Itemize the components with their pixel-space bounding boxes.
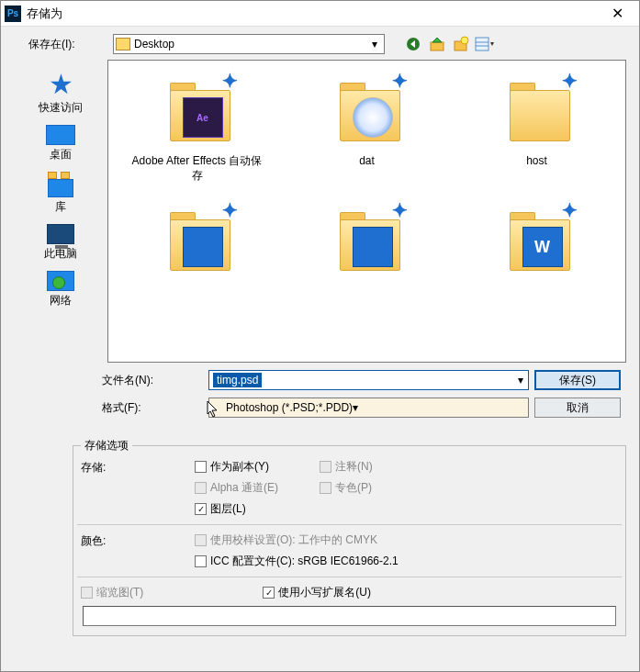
save-button[interactable]: 保存(S) bbox=[534, 370, 621, 390]
chevron-down-icon[interactable]: ▾ bbox=[353, 401, 358, 414]
store-label: 存储: bbox=[81, 459, 195, 476]
format-combo[interactable]: Photoshop (*.PSD;*.PDD) ▾ bbox=[208, 398, 529, 418]
network-icon bbox=[47, 271, 74, 291]
sidebar-item-network[interactable]: 网络 bbox=[20, 267, 101, 312]
sidebar-item-this-pc[interactable]: 此电脑 bbox=[20, 220, 101, 265]
status-box bbox=[83, 606, 616, 626]
sidebar-item-quick-access[interactable]: ★ 快速访问 bbox=[20, 67, 101, 119]
folder-item[interactable]: ✦ host bbox=[464, 70, 611, 183]
options-legend: 存储选项 bbox=[81, 438, 132, 454]
format-value: Photoshop (*.PSD;*.PDD) bbox=[226, 401, 353, 414]
checkbox-as-copy[interactable]: 作为副本(Y) bbox=[195, 459, 320, 475]
chevron-down-icon[interactable]: ▾ bbox=[513, 374, 528, 386]
library-icon bbox=[48, 172, 73, 197]
chevron-down-icon[interactable]: ▾ bbox=[367, 38, 382, 50]
doc-icon bbox=[183, 227, 223, 267]
folder-icon bbox=[116, 38, 130, 50]
location-row: 保存在(I): Desktop ▾ bbox=[1, 27, 639, 60]
filename-label: 文件名(N): bbox=[102, 373, 203, 388]
ps-icon: Ps bbox=[5, 6, 21, 22]
view-menu-icon[interactable] bbox=[475, 34, 495, 54]
disc-icon bbox=[353, 97, 393, 138]
star-icon: ★ bbox=[49, 71, 73, 98]
window-title: 存储为 bbox=[27, 6, 599, 22]
folder-item[interactable]: Ae✦ Adobe After Effects 自动保存 bbox=[124, 70, 271, 183]
location-value: Desktop bbox=[134, 38, 174, 50]
filename-value: timg.psd bbox=[213, 373, 262, 387]
format-label: 格式(F): bbox=[102, 400, 203, 416]
svg-rect-1 bbox=[431, 42, 444, 50]
svg-rect-4 bbox=[476, 38, 488, 50]
location-label: 保存在(I): bbox=[28, 37, 106, 52]
filename-input[interactable]: timg.psd ▾ bbox=[208, 370, 529, 390]
svg-point-3 bbox=[461, 37, 468, 44]
pc-icon bbox=[47, 224, 74, 244]
checkbox-layers[interactable]: ✓图层(L) bbox=[195, 501, 320, 517]
up-icon[interactable] bbox=[427, 34, 447, 54]
checkbox-lowercase-ext[interactable]: ✓使用小写扩展名(U) bbox=[263, 585, 371, 600]
sidebar-item-desktop[interactable]: 桌面 bbox=[20, 121, 101, 166]
checkbox-alpha: Alpha 通道(E) bbox=[195, 480, 320, 496]
sidebar: ★ 快速访问 桌面 库 此电脑 网络 bbox=[14, 60, 107, 363]
location-combo[interactable]: Desktop ▾ bbox=[113, 34, 385, 54]
file-list[interactable]: Ae✦ Adobe After Effects 自动保存 ✦ dat ✦ hos… bbox=[107, 60, 626, 363]
sidebar-item-libraries[interactable]: 库 bbox=[20, 168, 101, 218]
folder-item[interactable]: ✦ dat bbox=[294, 70, 441, 183]
folder-item[interactable]: ✦ bbox=[124, 199, 271, 284]
checkbox-spot: 专色(P) bbox=[320, 480, 444, 496]
desktop-icon bbox=[46, 125, 75, 145]
color-label: 颜色: bbox=[81, 532, 195, 549]
checkbox-proof: 使用校样设置(O): 工作中的 CMYK bbox=[195, 532, 470, 548]
ae-icon: Ae bbox=[183, 97, 223, 138]
checkbox-icc[interactable]: ICC 配置文件(C): sRGB IEC61966-2.1 bbox=[195, 554, 470, 569]
titlebar: Ps 存储为 ✕ bbox=[1, 1, 639, 27]
checkbox-notes: 注释(N) bbox=[320, 459, 444, 475]
checkbox-thumbnail: 缩览图(T) bbox=[81, 585, 143, 600]
folder-item[interactable]: ✦ bbox=[294, 199, 441, 284]
save-options-group: 存储选项 存储: 作为副本(Y) 注释(N) Alpha 通道(E) 专色(P)… bbox=[73, 438, 626, 636]
new-folder-icon[interactable] bbox=[451, 34, 471, 54]
folder-item[interactable]: W✦ bbox=[464, 199, 611, 284]
close-icon[interactable]: ✕ bbox=[599, 4, 635, 24]
cancel-button[interactable]: 取消 bbox=[534, 398, 621, 418]
doc-icon bbox=[353, 227, 393, 267]
back-icon[interactable] bbox=[403, 34, 423, 54]
cursor-icon bbox=[206, 400, 220, 419]
wps-icon: W bbox=[522, 227, 563, 267]
